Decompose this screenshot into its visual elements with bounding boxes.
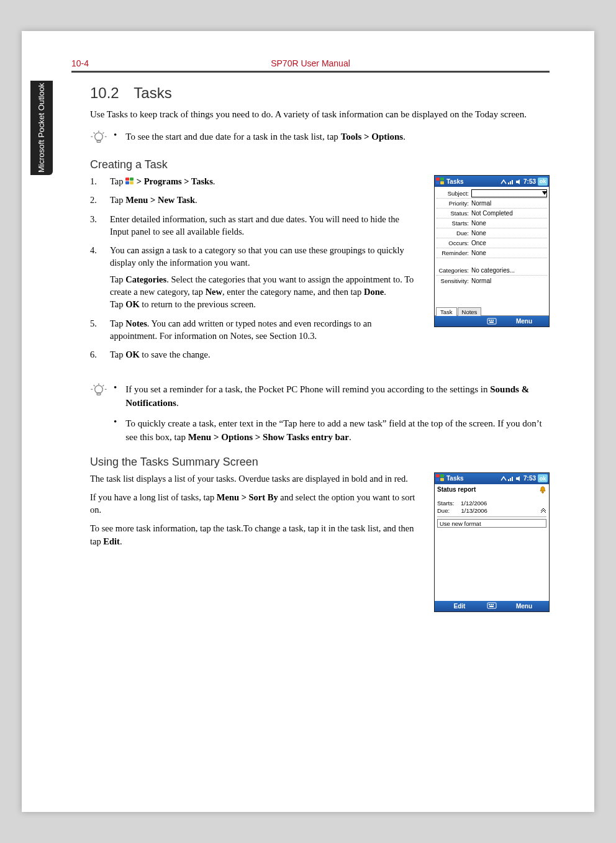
signal-icon[interactable]: [508, 475, 514, 482]
tip-2-text: If you set a reminder for a task, the Po…: [125, 382, 550, 410]
svg-rect-33: [489, 606, 494, 607]
categories-label: Categories:: [437, 267, 471, 274]
svg-rect-24: [508, 479, 509, 481]
starts-value[interactable]: None: [471, 220, 547, 227]
svg-marker-27: [516, 476, 520, 481]
svg-rect-12: [487, 318, 496, 324]
bullet-dot: •: [114, 417, 117, 427]
start-flag-icon: [125, 178, 134, 186]
task-form: Subject: Priority: Normal Status: Not Co…: [435, 187, 549, 286]
tip-3-text: To quickly create a task, enter text in …: [125, 417, 550, 444]
lightbulb-icon: [90, 382, 107, 400]
svg-rect-9: [512, 180, 513, 184]
svg-point-28: [542, 491, 544, 493]
step-6: Tap OK to save the change.: [90, 348, 419, 361]
volume-icon[interactable]: [515, 475, 522, 482]
sensitivity-value[interactable]: Normal: [471, 277, 547, 284]
step-4: You can assign a task to a category so t…: [90, 244, 419, 310]
step-1: Tap > Programs > Tasks.: [90, 175, 419, 187]
device-clock[interactable]: 7:53: [523, 178, 536, 185]
bullet-dot: •: [114, 130, 117, 140]
connectivity-icon[interactable]: [500, 475, 507, 482]
connectivity-icon[interactable]: [500, 178, 507, 184]
svg-rect-16: [489, 322, 494, 323]
svg-rect-26: [512, 477, 513, 481]
tab-notes[interactable]: Notes: [458, 307, 482, 316]
due-value[interactable]: None: [471, 230, 547, 237]
device-title: Tasks: [446, 475, 500, 482]
summary-due-label: Due:: [437, 507, 450, 514]
svg-line-6: [102, 132, 104, 133]
document-page: 10-4 SP70R User Manual Microsoft Pocket …: [22, 31, 594, 812]
svg-rect-14: [491, 320, 492, 321]
start-flag-icon[interactable]: [436, 178, 445, 186]
svg-point-17: [95, 385, 103, 393]
svg-marker-10: [516, 179, 520, 184]
status-value[interactable]: Not Completed: [471, 210, 547, 217]
tab-task[interactable]: Task: [436, 307, 457, 316]
section-intro: Use Tasks to keep track of things you ne…: [90, 108, 550, 121]
keyboard-icon[interactable]: [484, 317, 499, 325]
ok-button[interactable]: ok: [538, 474, 548, 482]
screenshot-task-summary: Tasks 7:53 ok Status report: [434, 472, 550, 612]
summary-due-value: 1/13/2006: [461, 507, 487, 514]
priority-label: Priority:: [437, 200, 471, 207]
quick-add-input[interactable]: Use new format: [437, 519, 546, 528]
header-rule: [71, 71, 550, 73]
subject-input[interactable]: [471, 189, 547, 197]
occurs-value[interactable]: Once: [471, 240, 547, 246]
summary-p2: If you have a long list of tasks, tap Me…: [90, 491, 419, 516]
reminder-bell-icon[interactable]: [539, 486, 546, 494]
device-title: Tasks: [446, 178, 500, 185]
volume-icon[interactable]: [515, 178, 522, 184]
softkey-right[interactable]: Menu: [499, 318, 549, 325]
svg-rect-15: [492, 320, 494, 321]
subject-dropdown-icon[interactable]: [542, 190, 547, 197]
summary-starts-value: 1/12/2006: [461, 500, 487, 507]
step-5: Tap Notes. You can add written or typed …: [90, 317, 419, 343]
section-tab: Microsoft Pocket Outlook: [30, 81, 53, 175]
svg-rect-7: [508, 183, 509, 184]
reminder-value[interactable]: None: [471, 250, 547, 256]
summary-p1: The task list displays a list of your ta…: [90, 472, 419, 485]
bullet-dot: •: [114, 382, 117, 393]
softkey-edit[interactable]: Edit: [435, 603, 484, 610]
reminder-label: Reminder:: [437, 250, 471, 256]
keyboard-icon[interactable]: [484, 602, 499, 610]
device-softbar: Menu: [435, 316, 549, 327]
categories-value[interactable]: No categories...: [471, 267, 547, 274]
svg-rect-25: [510, 478, 511, 481]
lightbulb-icon: [90, 130, 107, 147]
svg-marker-11: [542, 191, 547, 195]
svg-rect-32: [492, 604, 494, 605]
creating-task-heading: Creating a Task: [90, 158, 550, 171]
collapse-icon[interactable]: [540, 507, 546, 515]
summary-heading: Using the Tasks Summary Screen: [90, 456, 550, 469]
tip-1-text: To see the start and due date for a task…: [125, 130, 405, 144]
svg-rect-29: [487, 603, 496, 608]
status-label: Status:: [437, 210, 471, 217]
device-titlebar: Tasks 7:53 ok: [435, 473, 549, 484]
summary-starts-label: Starts:: [437, 500, 454, 507]
section-tab-label: Microsoft Pocket Outlook: [37, 83, 47, 173]
occurs-label: Occurs:: [437, 240, 471, 246]
ok-button[interactable]: ok: [538, 178, 548, 186]
svg-line-23: [102, 385, 104, 386]
start-flag-icon[interactable]: [436, 474, 445, 482]
page-header: 10-4 SP70R User Manual: [71, 58, 550, 69]
tip-row-3: • To quickly create a task, enter text i…: [90, 417, 550, 444]
priority-value[interactable]: Normal: [471, 200, 547, 207]
signal-icon[interactable]: [508, 178, 514, 184]
svg-line-5: [94, 132, 95, 133]
subject-label: Subject:: [437, 190, 471, 197]
tip-row-1: • To see the start and due date for a ta…: [90, 130, 550, 147]
summary-p3: To see more task information, tap the ta…: [90, 522, 419, 548]
sensitivity-label: Sensitivity:: [437, 277, 471, 284]
softkey-menu[interactable]: Menu: [499, 603, 549, 610]
device-tabs: Task Notes: [435, 307, 549, 316]
task-name-label: Status report: [437, 486, 476, 493]
svg-line-22: [94, 385, 95, 386]
svg-rect-1: [97, 140, 101, 143]
doc-title: SP70R User Manual: [71, 58, 550, 68]
device-clock[interactable]: 7:53: [523, 475, 536, 482]
